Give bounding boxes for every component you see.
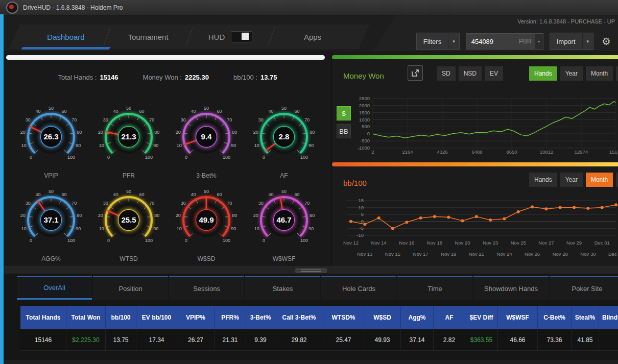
- bb100-marker: [461, 219, 464, 222]
- svg-text:0: 0: [107, 155, 110, 160]
- svg-text:1500: 1500: [359, 110, 370, 115]
- chevron-down-icon: ▾: [582, 33, 593, 50]
- svg-text:Nov 29: Nov 29: [566, 240, 582, 246]
- bb100-marker: [433, 215, 436, 218]
- cell-total-won: $2,225.30: [66, 329, 106, 351]
- bb-period-button-hands[interactable]: Hands: [529, 173, 557, 187]
- splitter-handle[interactable]: [295, 268, 327, 273]
- bb100-marker: [419, 216, 422, 220]
- hud-toggle[interactable]: [231, 31, 252, 42]
- svg-text:1000: 1000: [359, 117, 370, 123]
- tab-stakes[interactable]: Stakes: [245, 276, 320, 300]
- money-period-button-month[interactable]: Month: [586, 66, 613, 81]
- bb100-marker: [475, 215, 478, 218]
- gauge-w-sd: 010203040506070809010049.9W$SD: [168, 185, 245, 262]
- svg-text:40: 40: [269, 109, 274, 114]
- bb-period-button-week[interactable]: Week: [616, 173, 618, 187]
- svg-text:30: 30: [258, 201, 264, 206]
- title-bar[interactable]: DriveHUD - 1.6.8.3848 - Holdem Pro: [0, 0, 618, 15]
- player-search-input[interactable]: 454089 PBR ▾: [466, 33, 543, 50]
- svg-text:30: 30: [181, 117, 186, 123]
- gauge-label: PFR: [123, 172, 135, 179]
- bb-period-button-month[interactable]: Month: [586, 173, 613, 187]
- svg-text:90: 90: [231, 143, 236, 148]
- bb100-marker: [489, 219, 492, 222]
- gauge-w-wsf: 010203040506070809010046.7W$WSF: [245, 185, 323, 262]
- report-tabs: OverAllPositionSessionsStakesHole CardsT…: [17, 276, 618, 300]
- svg-text:50: 50: [204, 106, 209, 111]
- svg-text:80: 80: [77, 130, 82, 135]
- money-period-button-hands[interactable]: Hands: [529, 66, 557, 81]
- money-period-button-week[interactable]: Week: [616, 66, 618, 81]
- nav-tab-label: Apps: [304, 33, 321, 41]
- column-header-total-won[interactable]: Total Won: [66, 306, 106, 329]
- bb-period-button-year[interactable]: Year: [560, 173, 583, 187]
- svg-text:60: 60: [61, 109, 66, 114]
- top-scrollbar[interactable]: [6, 55, 325, 60]
- column-header-w-sd[interactable]: W$SD: [364, 306, 401, 329]
- gauge-dial: 010203040506070809010025.5: [94, 185, 163, 255]
- column-header-call-3-bet[interactable]: Call 3-Bet%: [275, 306, 323, 329]
- bb100-marker: [447, 216, 450, 219]
- bb100-marker: [391, 227, 394, 230]
- svg-text:0: 0: [185, 238, 187, 243]
- column-header-steal[interactable]: Steal%: [572, 306, 599, 329]
- search-dropdown-button[interactable]: ▾: [535, 34, 543, 49]
- column-header-agg[interactable]: Agg%: [401, 306, 434, 329]
- column-header-pfr[interactable]: PFR%: [215, 306, 246, 329]
- column-header-w-wsf[interactable]: W$WSF: [498, 306, 538, 329]
- export-chart-button[interactable]: [408, 65, 423, 81]
- column-header-total-hands[interactable]: Total Hands: [20, 306, 66, 329]
- nav-tab-hud[interactable]: HUD: [189, 25, 271, 49]
- svg-text:80: 80: [154, 130, 159, 135]
- hud-toggle-knob: [242, 33, 249, 40]
- import-button[interactable]: Import ▾: [550, 33, 593, 50]
- table-row[interactable]: 15146$2,225.3013.7517.3426.2721.319.3929…: [20, 329, 618, 351]
- column-header-bb-100[interactable]: bb/100: [106, 306, 136, 329]
- column-header-vpip[interactable]: VPIP%: [177, 306, 215, 329]
- header-controls: Filters ▾ 454089 PBR ▾ Import ▾ ⚙: [416, 33, 613, 50]
- cell-w-wsf: 46.66: [498, 329, 538, 351]
- svg-text:50: 50: [281, 106, 287, 111]
- stat-button-sd[interactable]: SD: [437, 66, 456, 81]
- svg-text:60: 60: [294, 192, 299, 197]
- panel-splitter: [4, 266, 618, 274]
- tab-poker-site[interactable]: Poker Site: [550, 276, 618, 300]
- version-text: Version: 1.6.8.3848 - PURCHASE - UP: [517, 18, 615, 25]
- gauge-pfr: 010203040506070809010021.3PFR: [90, 102, 168, 179]
- column-header-wtsd[interactable]: WTSD%: [323, 306, 364, 329]
- cell-ev-diff: $363.55: [465, 329, 498, 351]
- stat-button-ev[interactable]: EV: [485, 66, 503, 81]
- svg-text:30: 30: [258, 117, 264, 123]
- gauge-dial: 010203040506070809010037.1: [16, 185, 86, 255]
- svg-text:70: 70: [304, 117, 310, 123]
- tab-showdown-hands[interactable]: Showdown Hands: [473, 276, 549, 300]
- column-header-3-bet[interactable]: 3-Bet%: [246, 306, 275, 329]
- stat-button-nsd[interactable]: NSD: [459, 66, 482, 81]
- money-period-button-year[interactable]: Year: [560, 66, 583, 81]
- filters-button[interactable]: Filters ▾: [416, 33, 460, 50]
- svg-text:100: 100: [145, 238, 153, 243]
- svg-text:10: 10: [21, 143, 27, 148]
- tab-hole-cards[interactable]: Hole Cards: [321, 276, 396, 300]
- column-header-af[interactable]: AF: [434, 306, 465, 329]
- settings-gear-icon[interactable]: ⚙: [600, 35, 613, 47]
- column-header-ev-diff[interactable]: $EV Diff: [465, 306, 498, 329]
- tab-sessions[interactable]: Sessions: [169, 276, 244, 300]
- tab-position[interactable]: Position: [93, 276, 168, 300]
- nav-tab-label: Dashboard: [47, 33, 84, 41]
- nav-tab-dashboard[interactable]: Dashboard: [25, 25, 107, 49]
- svg-text:40: 40: [36, 109, 41, 114]
- tab-overall[interactable]: OverAll: [17, 276, 92, 300]
- gauge-dial: 010203040506070809010049.9: [172, 185, 241, 255]
- nav-tab-apps[interactable]: Apps: [272, 25, 353, 49]
- column-header-c-bet[interactable]: C-Bet%: [538, 306, 572, 329]
- tab-time[interactable]: Time: [397, 276, 472, 300]
- column-header-blinds[interactable]: Blinds: [599, 306, 618, 329]
- column-header-ev-bb-100[interactable]: EV bb/100: [136, 306, 177, 329]
- nav-tab-tournament[interactable]: Tournament: [107, 25, 189, 49]
- search-input-value: 454089: [466, 38, 519, 45]
- svg-text:0: 0: [30, 238, 32, 243]
- svg-text:-5: -5: [360, 225, 364, 231]
- svg-text:20: 20: [20, 130, 26, 135]
